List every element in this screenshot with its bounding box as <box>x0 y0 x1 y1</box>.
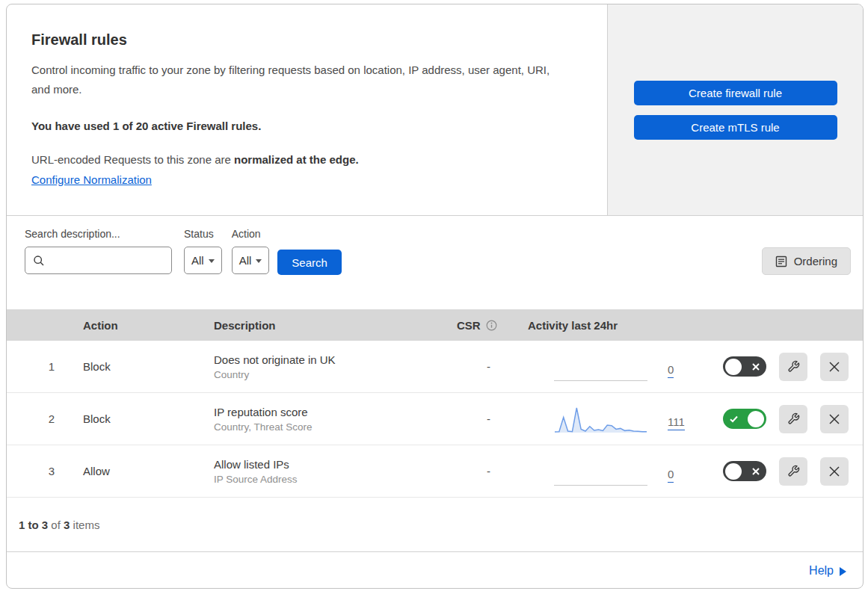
pagination-total: 3 <box>64 519 70 531</box>
rule-priority: 3 <box>7 465 83 477</box>
wrench-icon <box>787 412 800 425</box>
toggle-knob <box>725 359 742 375</box>
create-mtls-rule-button[interactable]: Create mTLS rule <box>634 115 837 140</box>
table-pagination-summary: 1 to 3 of 3 items <box>7 498 863 552</box>
rule-criteria: Country, Threat Score <box>214 421 457 433</box>
rule-description-cell: Does not originate in UK Country <box>214 353 457 380</box>
ordering-list-icon <box>775 256 787 267</box>
rule-criteria: Country <box>214 369 457 380</box>
toggle-knob <box>748 411 764 427</box>
rule-description: Allow listed IPs <box>214 458 457 471</box>
action-dropdown[interactable]: All <box>232 247 270 274</box>
chevron-down-icon <box>256 259 262 263</box>
header-section: Firewall rules Control incoming traffic … <box>7 4 863 216</box>
rule-csr: - <box>457 465 520 477</box>
close-icon <box>828 361 840 373</box>
configure-normalization-link[interactable]: Configure Normalization <box>31 173 152 186</box>
rule-activity-cell: 111 <box>520 404 711 434</box>
search-icon <box>33 255 45 267</box>
rule-criteria: IP Source Address <box>214 474 457 485</box>
rule-csr: - <box>457 412 520 425</box>
table-row: 2 Block IP reputation score Country, Thr… <box>7 393 863 445</box>
rule-enabled-toggle[interactable] <box>723 461 766 481</box>
column-activity: Activity last 24hr <box>520 319 711 332</box>
rule-controls <box>711 353 863 381</box>
delete-rule-button[interactable] <box>820 405 849 433</box>
pagination-range: 1 to 3 <box>19 519 48 531</box>
column-action: Action <box>83 319 214 332</box>
column-csr-label: CSR <box>457 319 481 332</box>
rule-enabled-toggle[interactable] <box>723 356 766 377</box>
normalization-bold: normalized at the edge. <box>234 153 359 166</box>
toggle-knob <box>725 463 742 480</box>
usage-summary: You have used 1 of 20 active Firewall ru… <box>31 120 562 132</box>
rule-priority: 1 <box>7 360 83 373</box>
rule-action: Block <box>83 412 214 425</box>
wrench-icon <box>787 465 800 477</box>
pagination-items: items <box>70 519 99 531</box>
rule-controls <box>711 405 863 433</box>
edit-rule-button[interactable] <box>779 457 807 486</box>
table-row: 1 Block Does not originate in UK Country… <box>7 341 863 393</box>
actions-panel: Create firewall rule Create mTLS rule <box>607 4 863 215</box>
header-text-block: Firewall rules Control incoming traffic … <box>7 4 607 215</box>
rule-description-cell: Allow listed IPs IP Source Address <box>214 458 457 485</box>
filter-bar: Search description... Status All Action … <box>7 216 863 309</box>
rule-activity-cell: 0 <box>520 457 711 486</box>
table-header: Action Description CSR Activity last 24h… <box>7 309 863 341</box>
create-firewall-rule-button[interactable]: Create firewall rule <box>634 81 837 105</box>
activity-sparkline <box>554 457 647 486</box>
rule-action: Allow <box>83 465 214 477</box>
info-icon[interactable] <box>486 320 497 331</box>
rule-description: IP reputation score <box>214 406 457 418</box>
search-button[interactable]: Search <box>277 250 342 275</box>
rule-action: Block <box>83 360 214 373</box>
help-bar: Help <box>7 552 863 589</box>
rule-csr: - <box>457 360 520 373</box>
action-label: Action <box>232 228 270 240</box>
ordering-button[interactable]: Ordering <box>762 247 851 275</box>
arrow-right-icon <box>840 567 846 576</box>
status-dropdown[interactable]: All <box>184 247 222 274</box>
column-csr: CSR <box>457 319 520 332</box>
edit-rule-button[interactable] <box>779 353 807 381</box>
delete-rule-button[interactable] <box>820 457 849 486</box>
activity-count-link[interactable]: 0 <box>668 364 674 378</box>
search-label: Search description... <box>25 228 172 240</box>
rule-enabled-toggle[interactable] <box>723 409 766 429</box>
search-input[interactable] <box>25 247 172 274</box>
edit-rule-button[interactable] <box>779 405 807 433</box>
help-link[interactable]: Help <box>809 564 846 578</box>
action-dropdown-value: All <box>239 254 252 267</box>
activity-count-link[interactable]: 0 <box>668 468 674 483</box>
status-label: Status <box>184 228 222 240</box>
page-title: Firewall rules <box>31 31 562 49</box>
chevron-down-icon <box>209 259 215 263</box>
table-row: 3 Allow Allow listed IPs IP Source Addre… <box>7 445 863 498</box>
rule-activity-cell: 0 <box>520 352 711 382</box>
pagination-of: of <box>48 519 64 531</box>
close-icon <box>828 413 840 425</box>
rule-controls <box>711 457 863 486</box>
rule-description-cell: IP reputation score Country, Threat Scor… <box>214 406 457 433</box>
rule-priority: 2 <box>7 412 83 425</box>
close-icon <box>828 465 840 477</box>
wrench-icon <box>787 360 800 373</box>
firewall-rules-panel: Firewall rules Control incoming traffic … <box>6 4 864 589</box>
ordering-button-label: Ordering <box>794 255 837 267</box>
activity-sparkline <box>554 404 647 434</box>
normalization-prefix: URL-encoded Requests to this zone are <box>31 153 234 166</box>
activity-count-link[interactable]: 111 <box>668 416 685 430</box>
column-description: Description <box>214 319 457 332</box>
status-dropdown-value: All <box>191 254 204 267</box>
delete-rule-button[interactable] <box>820 353 849 381</box>
normalization-text: URL-encoded Requests to this zone are no… <box>31 153 562 166</box>
page-description: Control incoming traffic to your zone by… <box>31 61 562 100</box>
rule-description: Does not originate in UK <box>214 353 457 366</box>
activity-sparkline <box>554 352 647 382</box>
help-link-label: Help <box>809 564 834 578</box>
